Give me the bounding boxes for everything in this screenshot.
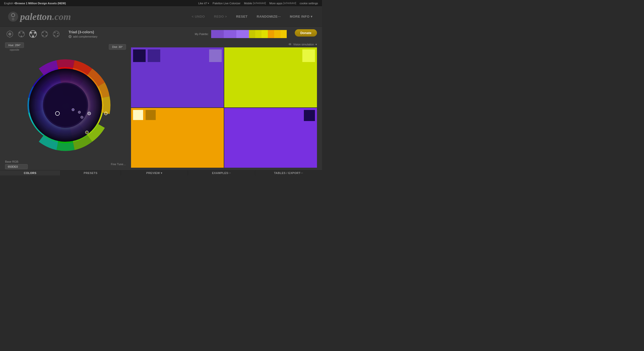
top-nav-center: Browse 1 Million Design Assets (NEW) — [15, 2, 198, 5]
more-apps-link[interactable]: More apps [scheduled] — [269, 2, 296, 5]
fine-tune-link[interactable]: Fine Tune… — [111, 163, 126, 166]
svg-point-24 — [46, 35, 47, 37]
wheel-bottom: Base RGB: Fine Tune… — [5, 158, 126, 170]
more-info-button[interactable]: MORE INFO ▾ — [288, 14, 314, 19]
color-wheel[interactable] — [13, 52, 118, 158]
svg-point-21 — [42, 32, 44, 33]
swatch-orange-2[interactable] — [274, 30, 280, 38]
wheel-controls: Hue: 284° opposite Dist: 30° — [5, 41, 126, 52]
vision-simulation[interactable]: 👁 Vision simulation ▾ — [131, 41, 317, 47]
swatch-orange-3[interactable] — [280, 30, 287, 38]
grid-cell-purple-2[interactable] — [224, 108, 317, 168]
triad-label: Triad (3-colors) — [69, 30, 98, 34]
donate-button[interactable]: Donate — [295, 29, 317, 37]
handle-inner-3[interactable] — [81, 116, 83, 119]
wheel-area: Hue: 284° opposite Dist: 30° — [5, 41, 126, 170]
mini-swatch-bright-yellow — [302, 49, 315, 62]
tab-presets[interactable]: PRESETS — [60, 170, 121, 176]
svg-point-28 — [54, 35, 55, 36]
live-colorizer-link[interactable]: Paletton Live Colorizer — [213, 2, 241, 5]
top-nav-left: English ▾ — [4, 2, 15, 5]
logo: paletton.com — [8, 11, 71, 22]
tab-tables[interactable]: TABLES / EXPORT··· — [255, 170, 322, 176]
tab-examples[interactable]: EXAMPLES··· — [188, 170, 255, 176]
mode-icons — [5, 29, 61, 39]
cookie-settings-link[interactable]: cookie settings — [300, 2, 318, 5]
tab-preview[interactable]: PREVIEW ▾ — [121, 170, 188, 176]
base-rgb-area: Base RGB: — [5, 159, 28, 169]
hue-control: Hue: 284° opposite — [5, 42, 24, 51]
svg-line-19 — [33, 33, 35, 36]
mini-swatch-dark-orange — [146, 110, 156, 120]
svg-point-22 — [46, 32, 47, 33]
handle-inner-1[interactable] — [72, 108, 74, 111]
svg-point-23 — [42, 35, 44, 37]
middle-area: Hue: 284° opposite Dist: 30° — [0, 41, 322, 170]
swatch-purple-2[interactable] — [224, 30, 236, 38]
hue-button[interactable]: Hue: 284° — [5, 42, 24, 48]
browse-link[interactable]: Browse 1 Million Design Assets (NEW) — [15, 2, 198, 5]
logo-text: paletton.com — [20, 11, 71, 22]
header: paletton.com < UNDO REDO > RESET RANDOMI… — [0, 7, 322, 27]
svg-point-9 — [19, 32, 20, 34]
undo-button[interactable]: < UNDO — [190, 14, 207, 19]
handle-lime[interactable] — [85, 131, 88, 134]
reset-button[interactable]: RESET — [234, 14, 250, 19]
swatch-yellow-3[interactable] — [262, 30, 268, 38]
mode-mono[interactable] — [5, 29, 15, 39]
svg-point-11 — [21, 36, 22, 37]
handle-secondary-2[interactable] — [104, 112, 107, 115]
top-nav-right: Like it? ▾ Paletton Live Colorizer Mobil… — [198, 2, 318, 5]
likeit-link[interactable]: Like it? ▾ — [198, 2, 209, 5]
mode-adjacent[interactable] — [17, 29, 26, 39]
logo-icon — [8, 11, 19, 22]
swatch-purple-1[interactable] — [211, 30, 224, 38]
mini-swatch-dark-2 — [148, 49, 160, 62]
mini-swatch-light-purple — [209, 49, 222, 62]
dist-button[interactable]: Dist: 30° — [109, 44, 126, 50]
palette-preview: My Palette: — [195, 30, 287, 38]
vision-dropdown-arrow: ▾ — [315, 43, 317, 46]
svg-point-32 — [44, 84, 87, 127]
svg-point-29 — [57, 35, 58, 37]
mode-triad[interactable] — [28, 29, 38, 39]
svg-point-5 — [8, 33, 11, 36]
mobile-link[interactable]: Mobile [scheduled] — [244, 2, 266, 5]
swatch-yellow-2[interactable] — [255, 30, 262, 38]
base-rgb-label: Base RGB: — [5, 160, 19, 163]
eye-icon: 👁 — [288, 42, 292, 46]
grid-cell-yellow[interactable] — [224, 47, 317, 107]
opposite-label: opposite — [5, 48, 24, 51]
handle-inner-2[interactable] — [78, 111, 81, 113]
mini-swatch-light-orange — [133, 110, 143, 120]
svg-point-27 — [57, 33, 58, 34]
language-selector[interactable]: English ▾ — [4, 2, 15, 5]
tab-colors[interactable]: COLORS — [0, 170, 60, 176]
controls-area: Donate Triad (3-c — [0, 27, 322, 41]
svg-point-26 — [54, 32, 56, 33]
randomize-button[interactable]: RANDOMIZE··· — [255, 14, 283, 19]
mode-free[interactable] — [51, 29, 61, 39]
add-complementary[interactable]: add complementary — [69, 35, 98, 38]
mini-swatch-very-dark-purple — [304, 110, 315, 121]
likeit-dropdown-arrow: ▾ — [208, 2, 209, 5]
wheel-container — [5, 52, 126, 158]
main-content: Donate Triad (3-c — [0, 27, 322, 176]
grid-cell-purple[interactable] — [131, 47, 224, 107]
redo-button[interactable]: REDO > — [212, 14, 229, 19]
svg-line-18 — [31, 33, 33, 36]
color-grid — [131, 47, 317, 168]
mode-tetrad[interactable] — [40, 29, 49, 39]
grid-cell-orange[interactable] — [131, 108, 224, 168]
header-actions: < UNDO REDO > RESET RANDOMIZE··· MORE IN… — [190, 14, 314, 19]
base-rgb-input[interactable] — [5, 164, 28, 169]
handle-secondary-1[interactable] — [88, 112, 91, 115]
add-complementary-radio[interactable] — [69, 35, 72, 38]
mini-swatch-dark-1 — [133, 49, 146, 62]
triad-selector: Triad (3-colors) add complementary — [69, 30, 98, 38]
swatch-yellow-1[interactable] — [249, 30, 255, 38]
swatch-purple-3[interactable] — [236, 30, 249, 38]
palette-label: My Palette: — [195, 33, 209, 36]
svg-point-3 — [12, 18, 14, 20]
swatch-orange-1[interactable] — [268, 30, 274, 38]
